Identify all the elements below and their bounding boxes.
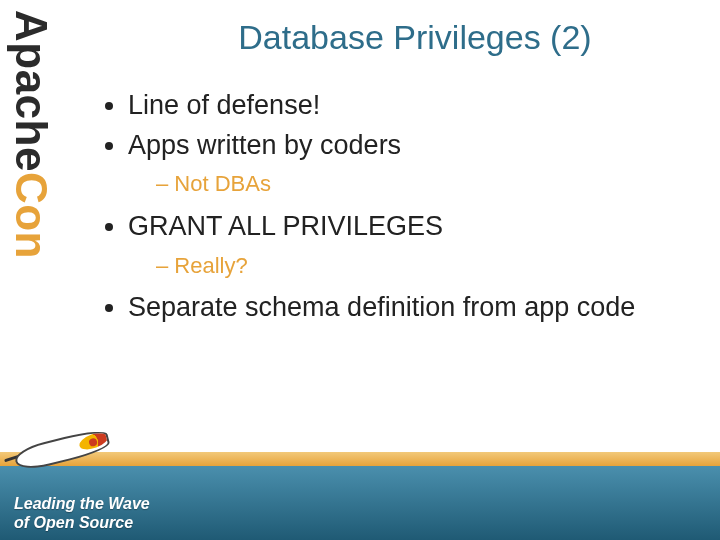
brand-logo: ApacheCon (8, 10, 68, 410)
bullet-2-sub-1: Not DBAs (156, 169, 690, 199)
brand-part1: Apache (7, 10, 56, 172)
footer-line1: Leading the Wave (14, 495, 150, 513)
footer-line2: of Open Source (14, 514, 150, 532)
slide-title: Database Privileges (2) (130, 18, 700, 57)
brand-part2: Con (7, 172, 56, 259)
bullet-4-text: Separate schema definition from app code (128, 292, 635, 322)
brand-wordmark: ApacheCon (6, 10, 56, 259)
slide: ApacheCon Database Privileges (2) Line o… (0, 0, 720, 540)
bullet-1: Line of defense! (128, 88, 690, 124)
footer-tagline: Leading the Wave of Open Source (14, 495, 150, 532)
bullet-3: GRANT ALL PRIVILEGES Really? (128, 209, 690, 280)
bullet-2: Apps written by coders Not DBAs (128, 128, 690, 199)
feather-icon (2, 404, 120, 480)
bullet-2-text: Apps written by coders (128, 130, 401, 160)
bullet-1-text: Line of defense! (128, 90, 320, 120)
bullet-4: Separate schema definition from app code (128, 290, 690, 326)
bullet-3-text: GRANT ALL PRIVILEGES (128, 211, 443, 241)
slide-body: Line of defense! Apps written by coders … (100, 88, 690, 330)
bullet-3-sub-1: Really? (156, 251, 690, 281)
